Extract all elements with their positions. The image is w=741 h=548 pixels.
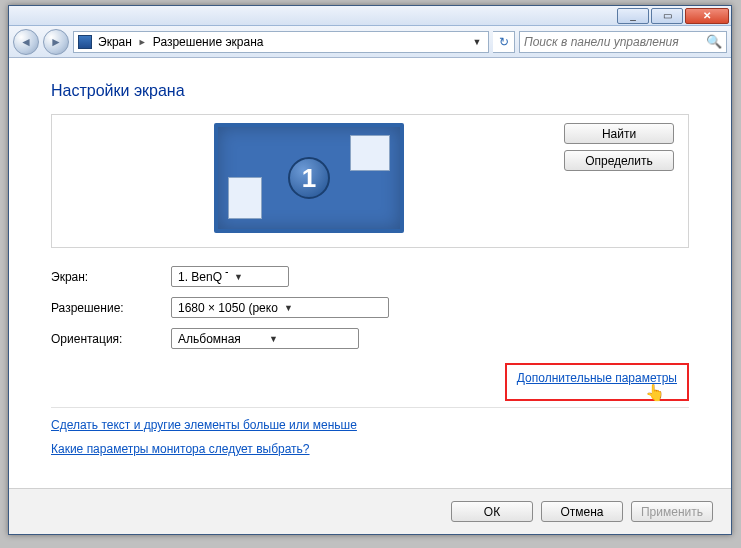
display-value: 1. BenQ T221WA: [178, 270, 228, 284]
navigation-bar: ◄ ► Экран ► Разрешение экрана ▼ ↻ 🔍: [9, 26, 731, 58]
chevron-down-icon: ▼: [278, 303, 384, 313]
display-preview-frame: 1 Найти Определить: [51, 114, 689, 248]
preview-buttons: Найти Определить: [564, 123, 674, 171]
display-dropdown[interactable]: 1. BenQ T221WA ▼: [171, 266, 289, 287]
monitor-number-badge: 1: [288, 157, 330, 199]
minimize-button[interactable]: _: [617, 8, 649, 24]
back-button[interactable]: ◄: [13, 29, 39, 55]
cancel-button[interactable]: Отмена: [541, 501, 623, 522]
preview-window-icon: [350, 135, 390, 171]
content-area: Настройки экрана 1 Найти Определить Экра…: [9, 58, 731, 488]
ok-button[interactable]: ОК: [451, 501, 533, 522]
advanced-settings-link[interactable]: Дополнительные параметры: [517, 371, 677, 385]
find-button[interactable]: Найти: [564, 123, 674, 144]
chevron-right-icon: ►: [138, 37, 147, 47]
page-title: Настройки экрана: [51, 82, 689, 100]
resolution-value: 1680 × 1050 (рекомендуется): [178, 301, 278, 315]
display-icon: [78, 35, 92, 49]
apply-button[interactable]: Применить: [631, 501, 713, 522]
maximize-button[interactable]: ▭: [651, 8, 683, 24]
address-bar[interactable]: Экран ► Разрешение экрана ▼: [73, 31, 489, 53]
chevron-down-icon: ▼: [228, 272, 284, 282]
breadcrumb-display[interactable]: Экран: [98, 35, 132, 49]
address-dropdown-icon[interactable]: ▼: [470, 37, 484, 47]
preview-window-icon: [228, 177, 262, 219]
breadcrumb-resolution[interactable]: Разрешение экрана: [153, 35, 264, 49]
dialog-footer: ОК Отмена Применить: [9, 488, 731, 534]
refresh-button[interactable]: ↻: [493, 31, 515, 53]
monitor-preview-area: 1: [66, 123, 552, 233]
display-label: Экран:: [51, 270, 171, 284]
close-button[interactable]: ✕: [685, 8, 729, 24]
advanced-link-highlight: Дополнительные параметры 👆: [505, 363, 689, 401]
titlebar: _ ▭ ✕: [9, 6, 731, 26]
help-link[interactable]: Какие параметры монитора следует выбрать…: [51, 442, 689, 456]
search-input[interactable]: [524, 35, 702, 49]
resolution-label: Разрешение:: [51, 301, 171, 315]
divider: [51, 407, 689, 408]
control-panel-window: _ ▭ ✕ ◄ ► Экран ► Разрешение экрана ▼ ↻ …: [8, 5, 732, 535]
orientation-dropdown[interactable]: Альбомная ▼: [171, 328, 359, 349]
identify-button[interactable]: Определить: [564, 150, 674, 171]
forward-button[interactable]: ►: [43, 29, 69, 55]
orientation-value: Альбомная: [178, 332, 263, 346]
resolution-dropdown[interactable]: 1680 × 1050 (рекомендуется) ▼: [171, 297, 389, 318]
help-links: Сделать текст и другие элементы больше и…: [51, 418, 689, 456]
chevron-down-icon: ▼: [263, 334, 354, 344]
search-icon: 🔍: [706, 34, 722, 49]
monitor-1[interactable]: 1: [214, 123, 404, 233]
text-size-link[interactable]: Сделать текст и другие элементы больше и…: [51, 418, 689, 432]
hand-cursor-icon: 👆: [645, 383, 665, 402]
orientation-label: Ориентация:: [51, 332, 171, 346]
search-box[interactable]: 🔍: [519, 31, 727, 53]
